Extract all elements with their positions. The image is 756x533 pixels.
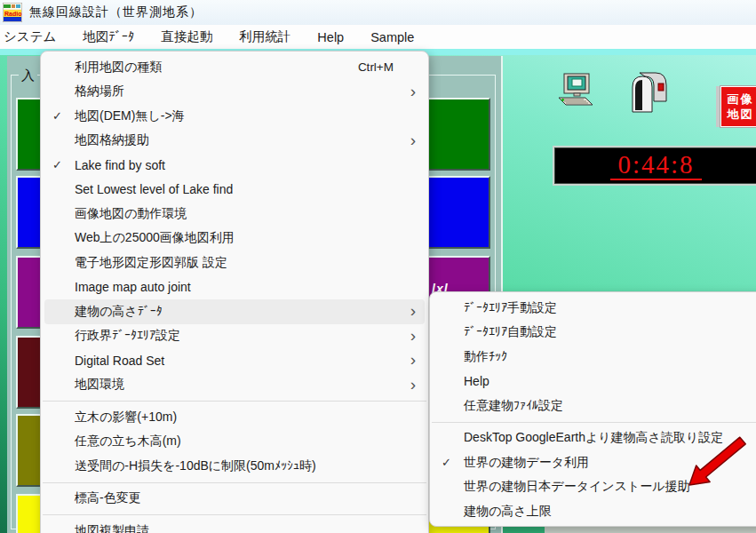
map-menu-item-8[interactable]: 電子地形図定形図郭版 設定: [44, 251, 425, 275]
submenu-arrow-icon: ›: [410, 351, 416, 368]
image-map-label-line1: 画像: [728, 91, 754, 107]
building-submenu-item-label: DeskTop GoogleEarthより建物高さ読取り設定: [434, 430, 723, 446]
map-menu-item-label: 建物の高さﾃﾞｰﾀ: [44, 304, 163, 320]
image-map-button[interactable]: 画像 地図: [716, 86, 756, 127]
computer-icon[interactable]: [556, 73, 595, 110]
check-icon: ✓: [442, 456, 451, 469]
building-submenu-separator: [430, 418, 756, 426]
map-data-menu: 利用地図の種類Ctrl+M格納場所›✓地図(DEM)無し->海地図格納援助›✓L…: [40, 51, 429, 533]
svg-text:Radio: Radio: [4, 11, 21, 17]
map-menu-separator: [41, 511, 428, 519]
map-menu-item-16[interactable]: 任意の立ち木高(m): [44, 430, 425, 455]
map-menu-item-label: 利用地図の種類: [44, 60, 162, 76]
building-submenu-item-4[interactable]: 任意建物ﾌｧｲﾙ設定: [434, 394, 756, 418]
building-submenu-item-1[interactable]: ﾃﾞｰﾀｴﾘｱ自動設定: [434, 321, 756, 346]
map-menu-item-12[interactable]: Digital Road Set›: [44, 348, 425, 373]
map-menu-item-label: 送受間の-H損失を-10dBに制限(50mﾒｯｼｭ時): [44, 458, 316, 474]
building-submenu-item-label: 任意建物ﾌｧｲﾙ設定: [434, 398, 563, 414]
map-menu-item-label: 地図環境: [44, 377, 124, 393]
app-window: Radio 無線回線設計（世界測地系） システム地図ﾃﾞｰﾀ直接起動利用統計He…: [0, 0, 756, 533]
map-menu-item-4[interactable]: ✓Lake find by soft: [44, 153, 425, 178]
map-menu-item-label: Lake find by soft: [44, 158, 165, 172]
submenu-arrow-icon: ›: [410, 83, 416, 99]
map-menu-item-3[interactable]: 地図格納援助›: [44, 129, 425, 154]
title-bar: Radio 無線回線設計（世界測地系）: [0, 0, 756, 25]
building-submenu-item-label: ﾃﾞｰﾀｴﾘｱ手動設定: [434, 300, 557, 316]
building-submenu-item-2[interactable]: 動作ﾁｯｸ: [434, 345, 756, 370]
map-menu-item-label: Digital Road Set: [44, 354, 164, 368]
map-menu-item-label: 格納場所: [44, 84, 124, 99]
map-menu-item-19[interactable]: 標高-色変更: [44, 487, 425, 512]
check-icon: ✓: [52, 109, 62, 123]
map-menu-item-label: 画像地図の動作環境: [44, 206, 187, 222]
map-menu-item-11[interactable]: 行政界ﾃﾞｰﾀｴﾘｱ設定›: [44, 324, 425, 349]
building-submenu-item-9[interactable]: 建物の高さ上限: [434, 499, 756, 524]
building-height-submenu: ﾃﾞｰﾀｴﾘｱ手動設定ﾃﾞｰﾀｴﾘｱ自動設定動作ﾁｯｸHelp任意建物ﾌｧｲﾙ設…: [429, 291, 756, 527]
app-icon: Radio: [3, 3, 22, 22]
map-menu-item-5[interactable]: Set Lowest level of Lake find: [44, 178, 425, 203]
map-menu-item-21[interactable]: 地図複製申請: [44, 519, 425, 533]
shortcut-label: Ctrl+M: [358, 60, 394, 74]
clock-lcd: 0:44:8: [554, 147, 756, 184]
building-submenu-item-3[interactable]: Help: [434, 370, 756, 394]
red-arrow-annotation: [682, 435, 752, 490]
map-menu-item-label: 電子地形図定形図郭版 設定: [44, 255, 227, 271]
building-submenu-item-label: 建物の高さ上限: [434, 504, 552, 520]
window-title: 無線回線設計（世界測地系）: [29, 4, 203, 20]
clock-panel: 0:44:8: [553, 146, 756, 186]
map-menu-item-17[interactable]: 送受間の-H損失を-10dBに制限(50mﾒｯｼｭ時): [44, 454, 425, 479]
building-submenu-item-0[interactable]: ﾃﾞｰﾀｴﾘｱ手動設定: [434, 296, 756, 321]
menubar-item-1[interactable]: 地図ﾃﾞｰﾀ: [69, 25, 147, 49]
menubar-item-5[interactable]: Sample: [357, 25, 427, 49]
image-map-label-line2: 地図: [728, 107, 754, 122]
mailbox-icon[interactable]: [629, 69, 670, 114]
map-menu-item-label: 地図(DEM)無し->海: [44, 108, 185, 124]
map-menu-item-1[interactable]: 格納場所›: [44, 80, 425, 105]
map-menu-item-label: 行政界ﾃﾞｰﾀｴﾘｱ設定: [44, 328, 180, 344]
map-menu-item-13[interactable]: 地図環境›: [44, 373, 425, 398]
map-menu-item-10[interactable]: 建物の高さﾃﾞｰﾀ›: [44, 299, 425, 324]
submenu-arrow-icon: ›: [410, 131, 416, 148]
submenu-arrow-icon: ›: [410, 376, 416, 393]
map-menu-item-label: Image map auto joint: [44, 280, 191, 294]
map-menu-item-label: Set Lowest level of Lake find: [44, 182, 233, 196]
menubar-item-0[interactable]: システム: [0, 25, 69, 49]
map-menu-item-label: 地図格納援助: [44, 132, 149, 148]
submenu-arrow-icon: ›: [410, 302, 416, 319]
map-menu-item-label: 任意の立ち木高(m): [44, 434, 181, 449]
map-menu-item-7[interactable]: Web上の25000画像地図利用: [44, 227, 425, 251]
map-menu-item-2[interactable]: ✓地図(DEM)無し->海: [44, 104, 425, 129]
menubar-item-2[interactable]: 直接起動: [147, 25, 226, 49]
map-menu-item-0[interactable]: 利用地図の種類Ctrl+M: [44, 55, 425, 80]
building-submenu-item-label: 世界の建物日本データインストール援助: [434, 479, 690, 495]
check-icon: ✓: [52, 158, 62, 171]
map-menu-separator: [41, 479, 428, 487]
building-submenu-item-label: ﾃﾞｰﾀｴﾘｱ自動設定: [434, 324, 557, 340]
map-menu-item-label: Web上の25000画像地図利用: [44, 230, 235, 246]
building-submenu-item-label: 世界の建物データ利用: [434, 455, 589, 471]
menubar-item-4[interactable]: Help: [304, 25, 357, 49]
submenu-arrow-icon: ›: [410, 327, 416, 344]
building-submenu-item-label: Help: [434, 374, 489, 388]
map-menu-item-label: 立木の影響(+10m): [44, 410, 177, 426]
map-menu-item-label: 地図複製申請: [44, 523, 149, 533]
map-menu-item-label: 標高-色変更: [44, 490, 141, 506]
map-menu-separator: [41, 397, 428, 405]
map-menu-item-9[interactable]: Image map auto joint: [44, 275, 425, 300]
map-menu-item-15[interactable]: 立木の影響(+10m): [44, 405, 425, 430]
group-frame-label: 入: [19, 68, 37, 84]
map-menu-item-6[interactable]: 画像地図の動作環境: [44, 202, 425, 227]
building-submenu-item-label: 動作ﾁｯｸ: [434, 349, 507, 365]
menubar-item-3[interactable]: 利用統計: [226, 25, 304, 49]
menu-bar: システム地図ﾃﾞｰﾀ直接起動利用統計HelpSample: [0, 25, 756, 49]
clock-time: 0:44:8: [610, 152, 701, 180]
